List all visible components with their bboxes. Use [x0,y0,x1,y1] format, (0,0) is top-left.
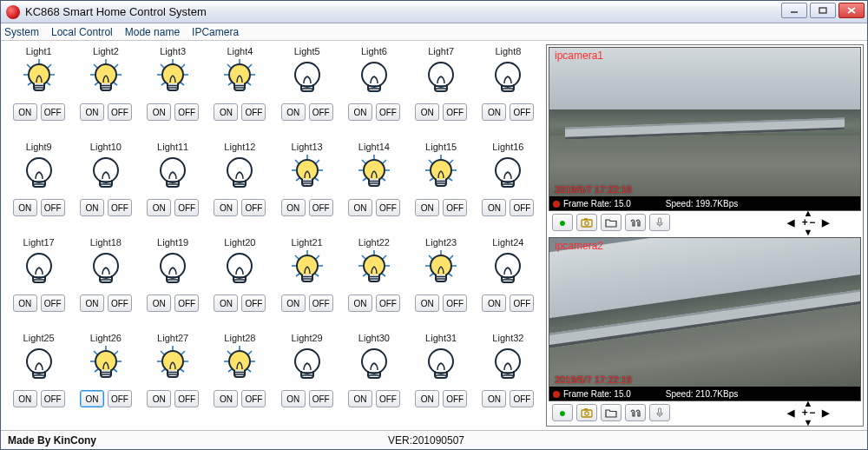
light-on-button[interactable]: ON [13,199,37,216]
camera-1-mic-button[interactable] [649,214,670,231]
light-on-button[interactable]: ON [482,294,506,312]
light-on-button[interactable]: ON [214,103,238,121]
camera-1-record-button[interactable]: ● [552,214,573,231]
light-on-button[interactable]: ON [13,390,37,407]
camera-2-snapshot-button[interactable] [576,404,597,421]
light-off-button[interactable]: OFF [108,390,132,407]
camera-2-folder-button[interactable] [601,404,621,421]
light-off-button[interactable]: OFF [108,199,132,216]
light-on-button[interactable]: ON [415,103,439,121]
light-off-button[interactable]: OFF [443,103,467,121]
light-buttons: ONOFF [214,390,266,407]
camera-2-record-button[interactable]: ● [552,404,573,421]
light-on-button[interactable]: ON [281,390,306,407]
light-off-button[interactable]: OFF [376,103,400,121]
light-off-button[interactable]: OFF [108,294,132,312]
light-off-button[interactable]: OFF [510,294,534,312]
light-off-button[interactable]: OFF [309,390,333,407]
light-on-button[interactable]: ON [214,294,238,312]
record-dot-icon [553,201,560,208]
light-on-button[interactable]: ON [281,294,306,312]
bulb-on-icon [89,58,122,100]
light-off-button[interactable]: OFF [174,390,199,407]
maximize-button[interactable] [810,3,836,18]
light-on-button[interactable]: ON [147,103,171,121]
light-off-button[interactable]: OFF [376,294,400,312]
light-on-button[interactable]: ON [80,103,104,121]
light-on-button[interactable]: ON [80,199,104,216]
light-off-button[interactable]: OFF [241,199,266,216]
light-off-button[interactable]: OFF [443,390,467,407]
light-off-button[interactable]: OFF [174,103,199,121]
camera-1-view[interactable]: ipcamera1 2019/5/7 17:22:18 Frame Rate: … [549,47,861,211]
light-on-button[interactable]: ON [482,199,506,216]
light-off-button[interactable]: OFF [41,294,65,312]
light-off-button[interactable]: OFF [241,294,266,312]
camera-1-snapshot-button[interactable] [576,214,597,231]
bulb-off-icon [491,154,524,195]
minimize-button[interactable] [781,3,807,18]
light-on-button[interactable]: ON [415,294,439,312]
light-off-button[interactable]: OFF [241,103,266,121]
light-on-button[interactable]: ON [80,294,104,312]
menu-ipcamera[interactable]: IPCamera [192,26,239,38]
light-off-button[interactable]: OFF [376,390,400,407]
light-on-button[interactable]: ON [482,103,506,121]
light-off-button[interactable]: OFF [108,103,132,121]
light-off-button[interactable]: OFF [443,294,467,312]
light-off-button[interactable]: OFF [241,390,266,407]
light-on-button[interactable]: ON [80,390,104,407]
light-on-button[interactable]: ON [281,199,306,216]
light-off-button[interactable]: OFF [174,294,199,312]
light-on-button[interactable]: ON [13,294,37,312]
light-on-button[interactable]: ON [281,103,306,121]
light-off-button[interactable]: OFF [443,199,467,216]
light-off-button[interactable]: OFF [174,199,199,216]
light-23: Light23ONOFF [411,237,472,333]
light-off-button[interactable]: OFF [309,294,333,312]
light-20: Light20ONOFF [209,237,271,333]
camera-2-view[interactable]: ipcamera2 2019/5/7 17:22:19 Frame Rate: … [549,237,861,401]
light-off-button[interactable]: OFF [41,390,65,407]
camera-1-folder-button[interactable] [601,214,621,231]
light-off-button[interactable]: OFF [309,103,333,121]
bulb-off-icon [23,345,56,387]
light-on-button[interactable]: ON [348,103,372,121]
light-on-button[interactable]: ON [482,390,506,407]
light-on-button[interactable]: ON [147,199,171,216]
light-on-button[interactable]: ON [348,199,372,216]
light-on-button[interactable]: ON [147,390,171,407]
light-on-button[interactable]: ON [214,199,238,216]
light-on-button[interactable]: ON [415,199,439,216]
light-off-button[interactable]: OFF [309,199,333,216]
light-off-button[interactable]: OFF [510,199,534,216]
camera-1-audio-button[interactable] [625,214,646,231]
light-off-button[interactable]: OFF [376,199,400,216]
light-buttons: ONOFF [147,294,199,312]
light-on-button[interactable]: ON [348,390,372,407]
light-off-button[interactable]: OFF [41,103,65,121]
light-off-button[interactable]: OFF [510,103,534,121]
bulb-off-icon [223,249,256,291]
ptz-right-icon[interactable]: ▶ [822,217,829,228]
ptz-down-icon[interactable]: ▼ [804,227,813,237]
ptz-left-icon[interactable]: ◀ [787,217,794,228]
ptz-right-icon[interactable]: ▶ [822,407,829,419]
light-on-button[interactable]: ON [214,390,238,407]
light-on-button[interactable]: ON [13,103,37,121]
light-on-button[interactable]: ON [415,390,439,407]
menu-local-control[interactable]: Local Control [51,26,113,38]
light-off-button[interactable]: OFF [510,390,534,407]
light-on-button[interactable]: ON [348,294,372,312]
light-buttons: ONOFF [13,294,65,312]
camera-2-audio-button[interactable] [625,404,646,421]
menu-mode-name[interactable]: Mode name [125,26,180,38]
camera-2-mic-button[interactable] [649,404,670,421]
light-on-button[interactable]: ON [147,294,171,312]
close-button[interactable] [838,3,865,18]
ptz-down-icon[interactable]: ▼ [804,417,813,427]
light-off-button[interactable]: OFF [41,199,65,216]
ptz-left-icon[interactable]: ◀ [787,407,794,419]
menu-system[interactable]: System [4,26,39,38]
light-buttons: ONOFF [482,294,534,312]
